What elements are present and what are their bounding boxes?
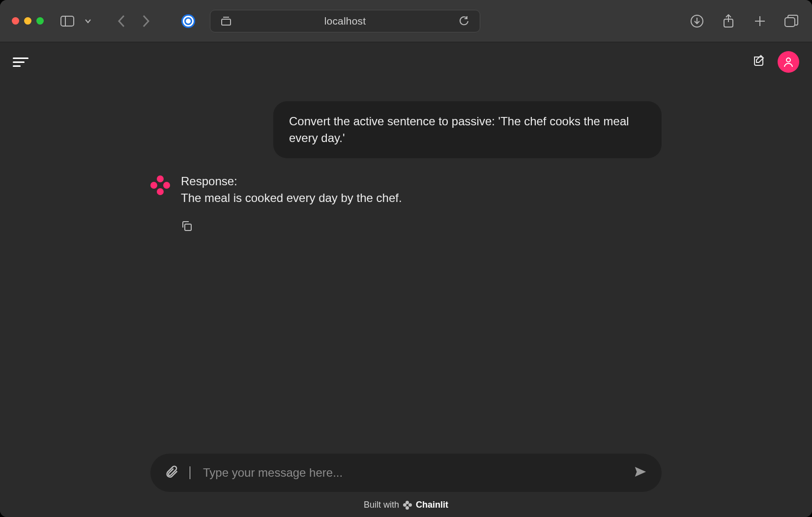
copy-icon[interactable] (181, 220, 194, 233)
assistant-message: Response: The meal is cooked every day b… (150, 173, 662, 206)
chat-scroll: Convert the active sentence to passive: … (0, 82, 812, 454)
chevron-down-icon[interactable] (79, 12, 97, 30)
footer-brand[interactable]: Chainlit (416, 500, 448, 510)
sidebar-toggle-icon[interactable] (58, 12, 76, 30)
downloads-icon[interactable] (688, 12, 706, 30)
chainlit-logo-icon (403, 501, 412, 510)
share-icon[interactable] (720, 12, 737, 30)
window-controls (12, 17, 44, 25)
new-tab-icon[interactable] (751, 12, 769, 30)
assistant-avatar-icon (150, 175, 170, 195)
browser-toolbar: localhost (0, 0, 812, 42)
assistant-line-2: The meal is cooked every day by the chef… (181, 190, 402, 206)
svg-point-11 (786, 58, 790, 62)
address-bar[interactable]: localhost (210, 10, 480, 32)
composer (150, 454, 662, 492)
window-close-icon[interactable] (12, 17, 19, 25)
footer: Built with Chainlit (364, 500, 448, 510)
chat-app: Convert the active sentence to passive: … (0, 42, 812, 517)
website-settings-icon[interactable] (217, 12, 235, 30)
window-minimize-icon[interactable] (24, 17, 31, 25)
send-icon[interactable] (633, 464, 648, 481)
attach-icon[interactable] (164, 464, 179, 481)
message-input[interactable] (203, 466, 622, 480)
composer-area: Built with Chainlit (0, 454, 812, 517)
browser-window: localhost (0, 0, 812, 517)
input-caret (190, 466, 190, 479)
nav-back-icon[interactable] (113, 12, 130, 30)
svg-rect-2 (222, 19, 231, 25)
new-chat-icon[interactable] (752, 54, 766, 70)
window-zoom-icon[interactable] (36, 17, 44, 25)
reload-icon[interactable] (455, 12, 473, 30)
app-header (0, 42, 812, 82)
tab-overview-icon[interactable] (783, 12, 800, 30)
user-message: Convert the active sentence to passive: … (273, 101, 662, 158)
assistant-line-1: Response: (181, 173, 402, 190)
svg-rect-0 (61, 16, 74, 26)
nav-forward-icon[interactable] (137, 12, 155, 30)
url-text: localhost (210, 15, 480, 27)
footer-prefix: Built with (364, 500, 399, 510)
onepassword-icon[interactable] (181, 14, 195, 28)
user-avatar[interactable] (778, 51, 799, 73)
svg-rect-10 (785, 18, 795, 27)
svg-rect-12 (185, 224, 191, 230)
menu-icon[interactable] (13, 57, 29, 67)
